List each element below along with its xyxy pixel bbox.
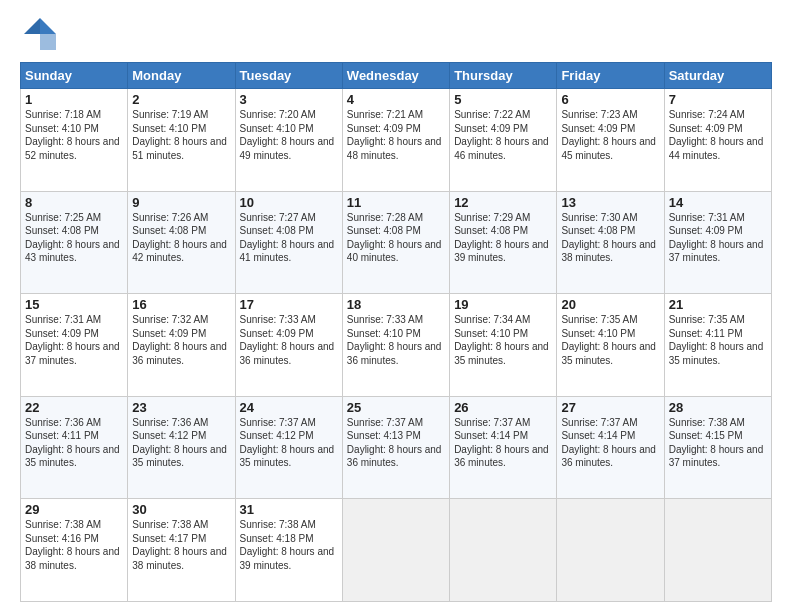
- day-cell-16: 16Sunrise: 7:32 AMSunset: 4:09 PMDayligh…: [128, 294, 235, 397]
- day-info: Sunrise: 7:21 AMSunset: 4:09 PMDaylight:…: [347, 108, 445, 162]
- day-number: 25: [347, 400, 445, 415]
- day-info: Sunrise: 7:36 AMSunset: 4:12 PMDaylight:…: [132, 416, 230, 470]
- day-number: 22: [25, 400, 123, 415]
- day-number: 24: [240, 400, 338, 415]
- day-cell-15: 15Sunrise: 7:31 AMSunset: 4:09 PMDayligh…: [21, 294, 128, 397]
- weekday-header-thursday: Thursday: [450, 63, 557, 89]
- day-cell-27: 27Sunrise: 7:37 AMSunset: 4:14 PMDayligh…: [557, 396, 664, 499]
- day-info: Sunrise: 7:23 AMSunset: 4:09 PMDaylight:…: [561, 108, 659, 162]
- weekday-header-saturday: Saturday: [664, 63, 771, 89]
- day-number: 3: [240, 92, 338, 107]
- day-info: Sunrise: 7:22 AMSunset: 4:09 PMDaylight:…: [454, 108, 552, 162]
- day-info: Sunrise: 7:37 AMSunset: 4:13 PMDaylight:…: [347, 416, 445, 470]
- empty-cell: [664, 499, 771, 602]
- day-number: 27: [561, 400, 659, 415]
- day-number: 29: [25, 502, 123, 517]
- day-info: Sunrise: 7:18 AMSunset: 4:10 PMDaylight:…: [25, 108, 123, 162]
- day-cell-3: 3Sunrise: 7:20 AMSunset: 4:10 PMDaylight…: [235, 89, 342, 192]
- day-info: Sunrise: 7:26 AMSunset: 4:08 PMDaylight:…: [132, 211, 230, 265]
- day-number: 23: [132, 400, 230, 415]
- day-number: 5: [454, 92, 552, 107]
- day-cell-20: 20Sunrise: 7:35 AMSunset: 4:10 PMDayligh…: [557, 294, 664, 397]
- day-info: Sunrise: 7:38 AMSunset: 4:18 PMDaylight:…: [240, 518, 338, 572]
- week-row-5: 29Sunrise: 7:38 AMSunset: 4:16 PMDayligh…: [21, 499, 772, 602]
- day-cell-2: 2Sunrise: 7:19 AMSunset: 4:10 PMDaylight…: [128, 89, 235, 192]
- day-cell-7: 7Sunrise: 7:24 AMSunset: 4:09 PMDaylight…: [664, 89, 771, 192]
- svg-marker-1: [40, 34, 56, 50]
- day-info: Sunrise: 7:38 AMSunset: 4:15 PMDaylight:…: [669, 416, 767, 470]
- day-number: 30: [132, 502, 230, 517]
- weekday-header-wednesday: Wednesday: [342, 63, 449, 89]
- day-info: Sunrise: 7:27 AMSunset: 4:08 PMDaylight:…: [240, 211, 338, 265]
- day-info: Sunrise: 7:37 AMSunset: 4:14 PMDaylight:…: [561, 416, 659, 470]
- day-number: 19: [454, 297, 552, 312]
- day-cell-17: 17Sunrise: 7:33 AMSunset: 4:09 PMDayligh…: [235, 294, 342, 397]
- weekday-header-sunday: Sunday: [21, 63, 128, 89]
- day-cell-19: 19Sunrise: 7:34 AMSunset: 4:10 PMDayligh…: [450, 294, 557, 397]
- empty-cell: [342, 499, 449, 602]
- logo: [20, 16, 64, 52]
- weekday-header-monday: Monday: [128, 63, 235, 89]
- day-cell-31: 31Sunrise: 7:38 AMSunset: 4:18 PMDayligh…: [235, 499, 342, 602]
- day-number: 28: [669, 400, 767, 415]
- day-cell-4: 4Sunrise: 7:21 AMSunset: 4:09 PMDaylight…: [342, 89, 449, 192]
- day-number: 31: [240, 502, 338, 517]
- day-number: 16: [132, 297, 230, 312]
- week-row-3: 15Sunrise: 7:31 AMSunset: 4:09 PMDayligh…: [21, 294, 772, 397]
- day-info: Sunrise: 7:34 AMSunset: 4:10 PMDaylight:…: [454, 313, 552, 367]
- weekday-header-friday: Friday: [557, 63, 664, 89]
- day-info: Sunrise: 7:33 AMSunset: 4:10 PMDaylight:…: [347, 313, 445, 367]
- day-number: 12: [454, 195, 552, 210]
- day-info: Sunrise: 7:38 AMSunset: 4:16 PMDaylight:…: [25, 518, 123, 572]
- day-number: 13: [561, 195, 659, 210]
- day-number: 10: [240, 195, 338, 210]
- day-info: Sunrise: 7:36 AMSunset: 4:11 PMDaylight:…: [25, 416, 123, 470]
- day-info: Sunrise: 7:30 AMSunset: 4:08 PMDaylight:…: [561, 211, 659, 265]
- day-cell-21: 21Sunrise: 7:35 AMSunset: 4:11 PMDayligh…: [664, 294, 771, 397]
- empty-cell: [557, 499, 664, 602]
- day-info: Sunrise: 7:38 AMSunset: 4:17 PMDaylight:…: [132, 518, 230, 572]
- day-cell-23: 23Sunrise: 7:36 AMSunset: 4:12 PMDayligh…: [128, 396, 235, 499]
- page: SundayMondayTuesdayWednesdayThursdayFrid…: [0, 0, 792, 612]
- week-row-4: 22Sunrise: 7:36 AMSunset: 4:11 PMDayligh…: [21, 396, 772, 499]
- day-cell-28: 28Sunrise: 7:38 AMSunset: 4:15 PMDayligh…: [664, 396, 771, 499]
- day-cell-29: 29Sunrise: 7:38 AMSunset: 4:16 PMDayligh…: [21, 499, 128, 602]
- day-cell-18: 18Sunrise: 7:33 AMSunset: 4:10 PMDayligh…: [342, 294, 449, 397]
- day-info: Sunrise: 7:35 AMSunset: 4:10 PMDaylight:…: [561, 313, 659, 367]
- day-cell-22: 22Sunrise: 7:36 AMSunset: 4:11 PMDayligh…: [21, 396, 128, 499]
- day-info: Sunrise: 7:37 AMSunset: 4:14 PMDaylight:…: [454, 416, 552, 470]
- day-info: Sunrise: 7:20 AMSunset: 4:10 PMDaylight:…: [240, 108, 338, 162]
- empty-cell: [450, 499, 557, 602]
- day-cell-6: 6Sunrise: 7:23 AMSunset: 4:09 PMDaylight…: [557, 89, 664, 192]
- day-number: 15: [25, 297, 123, 312]
- calendar-table: SundayMondayTuesdayWednesdayThursdayFrid…: [20, 62, 772, 602]
- weekday-header-row: SundayMondayTuesdayWednesdayThursdayFrid…: [21, 63, 772, 89]
- day-number: 11: [347, 195, 445, 210]
- day-info: Sunrise: 7:29 AMSunset: 4:08 PMDaylight:…: [454, 211, 552, 265]
- day-info: Sunrise: 7:25 AMSunset: 4:08 PMDaylight:…: [25, 211, 123, 265]
- week-row-1: 1Sunrise: 7:18 AMSunset: 4:10 PMDaylight…: [21, 89, 772, 192]
- day-info: Sunrise: 7:31 AMSunset: 4:09 PMDaylight:…: [669, 211, 767, 265]
- day-info: Sunrise: 7:28 AMSunset: 4:08 PMDaylight:…: [347, 211, 445, 265]
- day-cell-24: 24Sunrise: 7:37 AMSunset: 4:12 PMDayligh…: [235, 396, 342, 499]
- day-cell-13: 13Sunrise: 7:30 AMSunset: 4:08 PMDayligh…: [557, 191, 664, 294]
- day-number: 6: [561, 92, 659, 107]
- svg-marker-0: [40, 18, 56, 34]
- day-cell-11: 11Sunrise: 7:28 AMSunset: 4:08 PMDayligh…: [342, 191, 449, 294]
- day-cell-25: 25Sunrise: 7:37 AMSunset: 4:13 PMDayligh…: [342, 396, 449, 499]
- week-row-2: 8Sunrise: 7:25 AMSunset: 4:08 PMDaylight…: [21, 191, 772, 294]
- day-cell-12: 12Sunrise: 7:29 AMSunset: 4:08 PMDayligh…: [450, 191, 557, 294]
- day-cell-14: 14Sunrise: 7:31 AMSunset: 4:09 PMDayligh…: [664, 191, 771, 294]
- day-number: 4: [347, 92, 445, 107]
- day-number: 14: [669, 195, 767, 210]
- day-info: Sunrise: 7:31 AMSunset: 4:09 PMDaylight:…: [25, 313, 123, 367]
- day-number: 2: [132, 92, 230, 107]
- day-number: 7: [669, 92, 767, 107]
- header: [20, 16, 772, 52]
- day-cell-8: 8Sunrise: 7:25 AMSunset: 4:08 PMDaylight…: [21, 191, 128, 294]
- day-info: Sunrise: 7:24 AMSunset: 4:09 PMDaylight:…: [669, 108, 767, 162]
- day-number: 8: [25, 195, 123, 210]
- day-cell-1: 1Sunrise: 7:18 AMSunset: 4:10 PMDaylight…: [21, 89, 128, 192]
- day-cell-10: 10Sunrise: 7:27 AMSunset: 4:08 PMDayligh…: [235, 191, 342, 294]
- day-info: Sunrise: 7:19 AMSunset: 4:10 PMDaylight:…: [132, 108, 230, 162]
